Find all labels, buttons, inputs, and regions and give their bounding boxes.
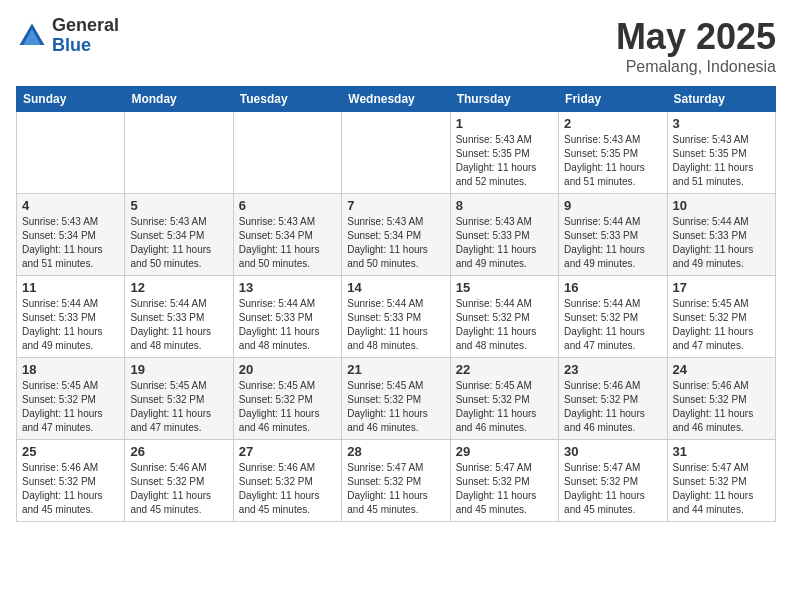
day-number: 10 [673,198,770,213]
calendar-cell: 13Sunrise: 5:44 AM Sunset: 5:33 PM Dayli… [233,276,341,358]
weekday-header: Sunday [17,87,125,112]
calendar-cell: 27Sunrise: 5:46 AM Sunset: 5:32 PM Dayli… [233,440,341,522]
day-number: 23 [564,362,661,377]
weekday-header: Saturday [667,87,775,112]
calendar-cell: 3Sunrise: 5:43 AM Sunset: 5:35 PM Daylig… [667,112,775,194]
day-info: Sunrise: 5:46 AM Sunset: 5:32 PM Dayligh… [239,461,336,517]
day-info: Sunrise: 5:45 AM Sunset: 5:32 PM Dayligh… [239,379,336,435]
day-number: 21 [347,362,444,377]
calendar-cell: 23Sunrise: 5:46 AM Sunset: 5:32 PM Dayli… [559,358,667,440]
day-info: Sunrise: 5:44 AM Sunset: 5:33 PM Dayligh… [347,297,444,353]
day-info: Sunrise: 5:44 AM Sunset: 5:33 PM Dayligh… [239,297,336,353]
calendar-cell: 12Sunrise: 5:44 AM Sunset: 5:33 PM Dayli… [125,276,233,358]
day-number: 18 [22,362,119,377]
weekday-header: Tuesday [233,87,341,112]
day-number: 2 [564,116,661,131]
day-number: 12 [130,280,227,295]
calendar-cell: 18Sunrise: 5:45 AM Sunset: 5:32 PM Dayli… [17,358,125,440]
day-number: 24 [673,362,770,377]
day-number: 16 [564,280,661,295]
day-number: 13 [239,280,336,295]
day-info: Sunrise: 5:44 AM Sunset: 5:33 PM Dayligh… [564,215,661,271]
calendar-cell: 4Sunrise: 5:43 AM Sunset: 5:34 PM Daylig… [17,194,125,276]
calendar-cell: 1Sunrise: 5:43 AM Sunset: 5:35 PM Daylig… [450,112,558,194]
day-info: Sunrise: 5:43 AM Sunset: 5:34 PM Dayligh… [22,215,119,271]
day-number: 7 [347,198,444,213]
day-info: Sunrise: 5:47 AM Sunset: 5:32 PM Dayligh… [673,461,770,517]
logo-blue: Blue [52,36,119,56]
calendar-cell: 11Sunrise: 5:44 AM Sunset: 5:33 PM Dayli… [17,276,125,358]
title-block: May 2025 Pemalang, Indonesia [616,16,776,76]
calendar-cell: 16Sunrise: 5:44 AM Sunset: 5:32 PM Dayli… [559,276,667,358]
weekday-header-row: SundayMondayTuesdayWednesdayThursdayFrid… [17,87,776,112]
day-info: Sunrise: 5:47 AM Sunset: 5:32 PM Dayligh… [347,461,444,517]
calendar-cell: 6Sunrise: 5:43 AM Sunset: 5:34 PM Daylig… [233,194,341,276]
day-info: Sunrise: 5:43 AM Sunset: 5:33 PM Dayligh… [456,215,553,271]
day-info: Sunrise: 5:47 AM Sunset: 5:32 PM Dayligh… [564,461,661,517]
day-number: 25 [22,444,119,459]
calendar-cell: 15Sunrise: 5:44 AM Sunset: 5:32 PM Dayli… [450,276,558,358]
day-info: Sunrise: 5:43 AM Sunset: 5:35 PM Dayligh… [673,133,770,189]
day-number: 27 [239,444,336,459]
logo: General Blue [16,16,119,56]
day-number: 26 [130,444,227,459]
calendar-cell: 2Sunrise: 5:43 AM Sunset: 5:35 PM Daylig… [559,112,667,194]
day-number: 29 [456,444,553,459]
day-number: 19 [130,362,227,377]
day-info: Sunrise: 5:46 AM Sunset: 5:32 PM Dayligh… [22,461,119,517]
calendar-cell: 8Sunrise: 5:43 AM Sunset: 5:33 PM Daylig… [450,194,558,276]
day-number: 22 [456,362,553,377]
calendar-cell: 20Sunrise: 5:45 AM Sunset: 5:32 PM Dayli… [233,358,341,440]
day-number: 9 [564,198,661,213]
logo-text: General Blue [52,16,119,56]
page-header: General Blue May 2025 Pemalang, Indonesi… [16,16,776,76]
calendar-cell: 21Sunrise: 5:45 AM Sunset: 5:32 PM Dayli… [342,358,450,440]
logo-icon [16,20,48,52]
day-info: Sunrise: 5:43 AM Sunset: 5:35 PM Dayligh… [456,133,553,189]
day-info: Sunrise: 5:43 AM Sunset: 5:34 PM Dayligh… [130,215,227,271]
calendar: SundayMondayTuesdayWednesdayThursdayFrid… [16,86,776,522]
day-number: 8 [456,198,553,213]
calendar-cell: 10Sunrise: 5:44 AM Sunset: 5:33 PM Dayli… [667,194,775,276]
calendar-cell: 22Sunrise: 5:45 AM Sunset: 5:32 PM Dayli… [450,358,558,440]
day-number: 14 [347,280,444,295]
day-number: 31 [673,444,770,459]
weekday-header: Monday [125,87,233,112]
day-info: Sunrise: 5:46 AM Sunset: 5:32 PM Dayligh… [564,379,661,435]
calendar-cell [125,112,233,194]
calendar-cell: 19Sunrise: 5:45 AM Sunset: 5:32 PM Dayli… [125,358,233,440]
day-info: Sunrise: 5:45 AM Sunset: 5:32 PM Dayligh… [456,379,553,435]
day-info: Sunrise: 5:45 AM Sunset: 5:32 PM Dayligh… [347,379,444,435]
day-info: Sunrise: 5:45 AM Sunset: 5:32 PM Dayligh… [130,379,227,435]
day-number: 28 [347,444,444,459]
logo-general: General [52,16,119,36]
day-info: Sunrise: 5:47 AM Sunset: 5:32 PM Dayligh… [456,461,553,517]
day-info: Sunrise: 5:44 AM Sunset: 5:32 PM Dayligh… [456,297,553,353]
location: Pemalang, Indonesia [616,58,776,76]
day-info: Sunrise: 5:44 AM Sunset: 5:33 PM Dayligh… [673,215,770,271]
week-row: 25Sunrise: 5:46 AM Sunset: 5:32 PM Dayli… [17,440,776,522]
weekday-header: Friday [559,87,667,112]
day-number: 3 [673,116,770,131]
day-number: 4 [22,198,119,213]
calendar-cell [17,112,125,194]
day-info: Sunrise: 5:43 AM Sunset: 5:34 PM Dayligh… [239,215,336,271]
day-number: 17 [673,280,770,295]
day-number: 20 [239,362,336,377]
day-info: Sunrise: 5:43 AM Sunset: 5:35 PM Dayligh… [564,133,661,189]
calendar-cell: 5Sunrise: 5:43 AM Sunset: 5:34 PM Daylig… [125,194,233,276]
day-number: 30 [564,444,661,459]
day-number: 15 [456,280,553,295]
week-row: 4Sunrise: 5:43 AM Sunset: 5:34 PM Daylig… [17,194,776,276]
calendar-cell [233,112,341,194]
day-info: Sunrise: 5:45 AM Sunset: 5:32 PM Dayligh… [673,297,770,353]
day-number: 6 [239,198,336,213]
week-row: 18Sunrise: 5:45 AM Sunset: 5:32 PM Dayli… [17,358,776,440]
calendar-cell: 14Sunrise: 5:44 AM Sunset: 5:33 PM Dayli… [342,276,450,358]
month-title: May 2025 [616,16,776,58]
calendar-cell: 17Sunrise: 5:45 AM Sunset: 5:32 PM Dayli… [667,276,775,358]
calendar-cell: 31Sunrise: 5:47 AM Sunset: 5:32 PM Dayli… [667,440,775,522]
day-number: 5 [130,198,227,213]
calendar-cell: 28Sunrise: 5:47 AM Sunset: 5:32 PM Dayli… [342,440,450,522]
day-info: Sunrise: 5:46 AM Sunset: 5:32 PM Dayligh… [130,461,227,517]
